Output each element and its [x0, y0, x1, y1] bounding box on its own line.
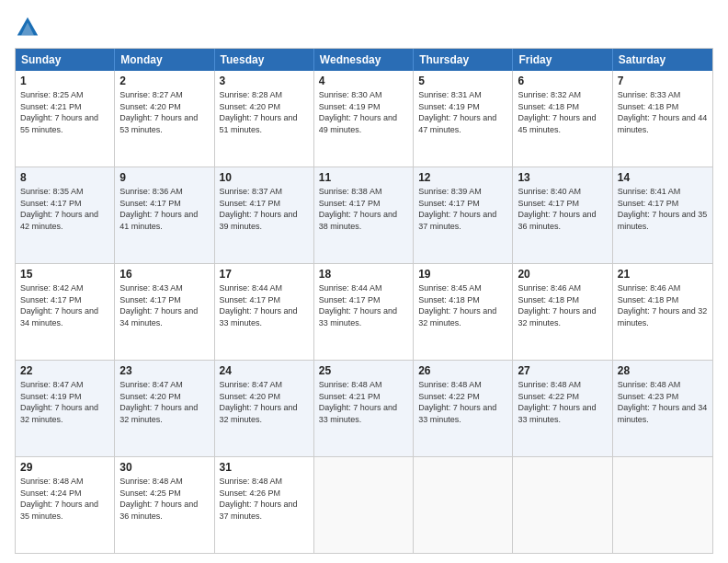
calendar-cell: 28Sunrise: 8:48 AMSunset: 4:23 PMDayligh… — [613, 361, 712, 456]
calendar-cell-empty — [613, 457, 712, 553]
calendar-cell: 18Sunrise: 8:44 AMSunset: 4:17 PMDayligh… — [314, 264, 414, 360]
calendar-cell: 19Sunrise: 8:45 AMSunset: 4:18 PMDayligh… — [414, 264, 513, 360]
calendar-cell: 16Sunrise: 8:43 AMSunset: 4:17 PMDayligh… — [115, 264, 214, 360]
day-number: 17 — [220, 268, 309, 281]
weekday-header: Saturday — [613, 49, 712, 71]
weekday-header: Tuesday — [215, 49, 314, 71]
day-number: 11 — [319, 171, 408, 184]
logo-icon — [15, 15, 40, 40]
calendar-header: SundayMondayTuesdayWednesdayThursdayFrid… — [16, 49, 712, 71]
cell-details: Sunrise: 8:47 AMSunset: 4:20 PMDaylight:… — [119, 380, 198, 424]
calendar-cell-empty — [513, 457, 612, 553]
cell-details: Sunrise: 8:48 AMSunset: 4:24 PMDaylight:… — [20, 477, 98, 521]
calendar-cell: 22Sunrise: 8:47 AMSunset: 4:19 PMDayligh… — [16, 361, 115, 456]
cell-details: Sunrise: 8:40 AMSunset: 4:17 PMDaylight:… — [518, 187, 596, 231]
calendar-cell: 30Sunrise: 8:48 AMSunset: 4:25 PMDayligh… — [115, 457, 214, 553]
cell-details: Sunrise: 8:47 AMSunset: 4:20 PMDaylight:… — [220, 380, 298, 424]
cell-details: Sunrise: 8:31 AMSunset: 4:19 PMDaylight:… — [418, 90, 496, 134]
day-number: 16 — [119, 268, 209, 281]
day-number: 2 — [119, 75, 209, 87]
weekday-header: Thursday — [414, 49, 513, 71]
cell-details: Sunrise: 8:41 AMSunset: 4:17 PMDaylight:… — [618, 187, 708, 231]
cell-details: Sunrise: 8:28 AMSunset: 4:20 PMDaylight:… — [220, 90, 298, 134]
cell-details: Sunrise: 8:32 AMSunset: 4:18 PMDaylight:… — [518, 90, 596, 134]
day-number: 24 — [220, 364, 309, 377]
cell-details: Sunrise: 8:38 AMSunset: 4:17 PMDaylight:… — [319, 187, 397, 231]
cell-details: Sunrise: 8:30 AMSunset: 4:19 PMDaylight:… — [319, 90, 397, 134]
day-number: 22 — [20, 364, 109, 377]
page: SundayMondayTuesdayWednesdayThursdayFrid… — [0, 0, 728, 563]
calendar-cell: 20Sunrise: 8:46 AMSunset: 4:18 PMDayligh… — [513, 264, 612, 360]
calendar-cell: 4Sunrise: 8:30 AMSunset: 4:19 PMDaylight… — [314, 71, 414, 167]
day-number: 15 — [20, 268, 109, 281]
calendar-cell: 10Sunrise: 8:37 AMSunset: 4:17 PMDayligh… — [215, 167, 314, 263]
cell-details: Sunrise: 8:47 AMSunset: 4:19 PMDaylight:… — [20, 380, 98, 424]
day-number: 5 — [418, 75, 507, 87]
day-number: 7 — [618, 75, 708, 87]
cell-details: Sunrise: 8:46 AMSunset: 4:18 PMDaylight:… — [618, 283, 708, 327]
day-number: 13 — [518, 171, 607, 184]
calendar-cell: 26Sunrise: 8:48 AMSunset: 4:22 PMDayligh… — [414, 361, 513, 456]
cell-details: Sunrise: 8:48 AMSunset: 4:21 PMDaylight:… — [319, 380, 397, 424]
cell-details: Sunrise: 8:44 AMSunset: 4:17 PMDaylight:… — [220, 283, 298, 327]
calendar-cell: 21Sunrise: 8:46 AMSunset: 4:18 PMDayligh… — [613, 264, 712, 360]
logo — [15, 15, 44, 40]
weekday-header: Wednesday — [314, 49, 414, 71]
calendar-cell: 11Sunrise: 8:38 AMSunset: 4:17 PMDayligh… — [314, 167, 414, 263]
cell-details: Sunrise: 8:43 AMSunset: 4:17 PMDaylight:… — [119, 283, 198, 327]
calendar-cell: 13Sunrise: 8:40 AMSunset: 4:17 PMDayligh… — [513, 167, 612, 263]
calendar-cell: 25Sunrise: 8:48 AMSunset: 4:21 PMDayligh… — [314, 361, 414, 456]
calendar-cell: 2Sunrise: 8:27 AMSunset: 4:20 PMDaylight… — [115, 71, 214, 167]
day-number: 3 — [220, 75, 309, 87]
calendar-cell: 29Sunrise: 8:48 AMSunset: 4:24 PMDayligh… — [16, 457, 115, 553]
day-number: 9 — [119, 171, 209, 184]
calendar-cell: 5Sunrise: 8:31 AMSunset: 4:19 PMDaylight… — [414, 71, 513, 167]
calendar-cell: 23Sunrise: 8:47 AMSunset: 4:20 PMDayligh… — [115, 361, 214, 456]
weekday-header: Monday — [115, 49, 214, 71]
day-number: 19 — [418, 268, 507, 281]
day-number: 27 — [518, 364, 607, 377]
day-number: 26 — [418, 364, 507, 377]
cell-details: Sunrise: 8:44 AMSunset: 4:17 PMDaylight:… — [319, 283, 397, 327]
day-number: 29 — [20, 461, 109, 474]
calendar-row: 1Sunrise: 8:25 AMSunset: 4:21 PMDaylight… — [16, 71, 712, 167]
cell-details: Sunrise: 8:42 AMSunset: 4:17 PMDaylight:… — [20, 283, 98, 327]
cell-details: Sunrise: 8:48 AMSunset: 4:26 PMDaylight:… — [220, 477, 298, 521]
day-number: 23 — [119, 364, 209, 377]
cell-details: Sunrise: 8:27 AMSunset: 4:20 PMDaylight:… — [119, 90, 198, 134]
calendar: SundayMondayTuesdayWednesdayThursdayFrid… — [15, 48, 713, 554]
calendar-cell: 14Sunrise: 8:41 AMSunset: 4:17 PMDayligh… — [613, 167, 712, 263]
day-number: 12 — [418, 171, 507, 184]
day-number: 31 — [220, 461, 309, 474]
calendar-cell: 7Sunrise: 8:33 AMSunset: 4:18 PMDaylight… — [613, 71, 712, 167]
calendar-row: 29Sunrise: 8:48 AMSunset: 4:24 PMDayligh… — [16, 456, 712, 553]
calendar-cell: 9Sunrise: 8:36 AMSunset: 4:17 PMDaylight… — [115, 167, 214, 263]
weekday-header: Sunday — [16, 49, 115, 71]
cell-details: Sunrise: 8:39 AMSunset: 4:17 PMDaylight:… — [418, 187, 496, 231]
day-number: 18 — [319, 268, 408, 281]
day-number: 8 — [20, 171, 109, 184]
calendar-cell: 17Sunrise: 8:44 AMSunset: 4:17 PMDayligh… — [215, 264, 314, 360]
calendar-cell: 3Sunrise: 8:28 AMSunset: 4:20 PMDaylight… — [215, 71, 314, 167]
day-number: 1 — [20, 75, 109, 87]
cell-details: Sunrise: 8:48 AMSunset: 4:22 PMDaylight:… — [418, 380, 496, 424]
calendar-cell: 24Sunrise: 8:47 AMSunset: 4:20 PMDayligh… — [215, 361, 314, 456]
cell-details: Sunrise: 8:45 AMSunset: 4:18 PMDaylight:… — [418, 283, 496, 327]
calendar-cell: 1Sunrise: 8:25 AMSunset: 4:21 PMDaylight… — [16, 71, 115, 167]
calendar-row: 8Sunrise: 8:35 AMSunset: 4:17 PMDaylight… — [16, 167, 712, 263]
day-number: 6 — [518, 75, 607, 87]
cell-details: Sunrise: 8:33 AMSunset: 4:18 PMDaylight:… — [618, 90, 708, 134]
day-number: 14 — [618, 171, 708, 184]
day-number: 25 — [319, 364, 408, 377]
day-number: 4 — [319, 75, 408, 87]
day-number: 28 — [618, 364, 708, 377]
cell-details: Sunrise: 8:36 AMSunset: 4:17 PMDaylight:… — [119, 187, 198, 231]
calendar-cell-empty — [314, 457, 414, 553]
cell-details: Sunrise: 8:25 AMSunset: 4:21 PMDaylight:… — [20, 90, 98, 134]
day-number: 30 — [119, 461, 209, 474]
calendar-cell: 8Sunrise: 8:35 AMSunset: 4:17 PMDaylight… — [16, 167, 115, 263]
calendar-cell: 27Sunrise: 8:48 AMSunset: 4:22 PMDayligh… — [513, 361, 612, 456]
cell-details: Sunrise: 8:37 AMSunset: 4:17 PMDaylight:… — [220, 187, 298, 231]
calendar-cell: 6Sunrise: 8:32 AMSunset: 4:18 PMDaylight… — [513, 71, 612, 167]
day-number: 20 — [518, 268, 607, 281]
